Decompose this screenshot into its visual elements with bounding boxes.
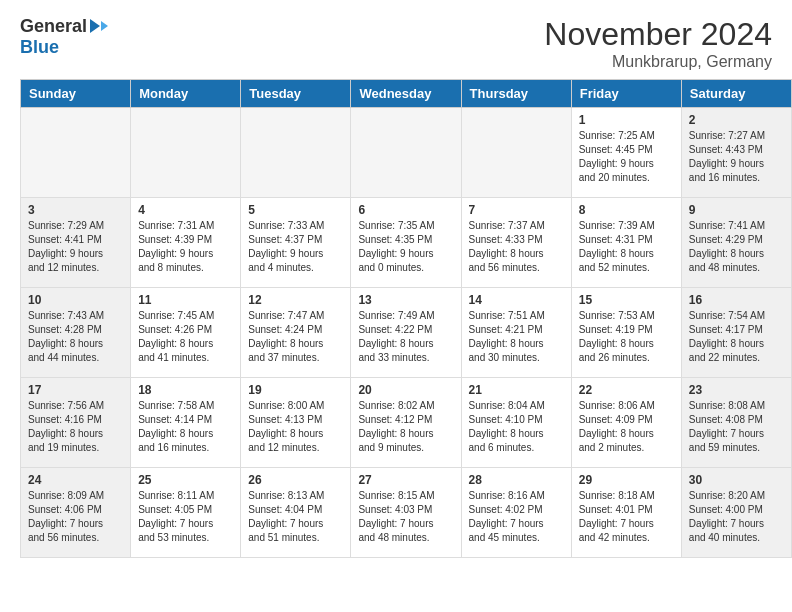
calendar-day: 8Sunrise: 7:39 AM Sunset: 4:31 PM Daylig…	[571, 198, 681, 288]
calendar-day: 2Sunrise: 7:27 AM Sunset: 4:43 PM Daylig…	[681, 108, 791, 198]
day-number: 15	[579, 293, 674, 307]
calendar-day: 13Sunrise: 7:49 AM Sunset: 4:22 PM Dayli…	[351, 288, 461, 378]
logo-arrow-icon	[90, 19, 100, 33]
day-info: Sunrise: 7:58 AM Sunset: 4:14 PM Dayligh…	[138, 399, 233, 455]
calendar-week-row: 1Sunrise: 7:25 AM Sunset: 4:45 PM Daylig…	[21, 108, 792, 198]
calendar-day: 24Sunrise: 8:09 AM Sunset: 4:06 PM Dayli…	[21, 468, 131, 558]
calendar-day	[461, 108, 571, 198]
calendar-day: 5Sunrise: 7:33 AM Sunset: 4:37 PM Daylig…	[241, 198, 351, 288]
calendar-day: 29Sunrise: 8:18 AM Sunset: 4:01 PM Dayli…	[571, 468, 681, 558]
day-info: Sunrise: 7:29 AM Sunset: 4:41 PM Dayligh…	[28, 219, 123, 275]
header-wednesday: Wednesday	[351, 80, 461, 108]
day-number: 16	[689, 293, 784, 307]
day-number: 19	[248, 383, 343, 397]
day-number: 27	[358, 473, 453, 487]
day-info: Sunrise: 7:43 AM Sunset: 4:28 PM Dayligh…	[28, 309, 123, 365]
day-number: 2	[689, 113, 784, 127]
day-number: 26	[248, 473, 343, 487]
calendar-day: 10Sunrise: 7:43 AM Sunset: 4:28 PM Dayli…	[21, 288, 131, 378]
location: Munkbrarup, Germany	[544, 53, 772, 71]
header-saturday: Saturday	[681, 80, 791, 108]
day-info: Sunrise: 8:15 AM Sunset: 4:03 PM Dayligh…	[358, 489, 453, 545]
day-number: 10	[28, 293, 123, 307]
logo-blue-text: Blue	[20, 37, 59, 58]
day-number: 22	[579, 383, 674, 397]
day-info: Sunrise: 8:18 AM Sunset: 4:01 PM Dayligh…	[579, 489, 674, 545]
day-info: Sunrise: 8:09 AM Sunset: 4:06 PM Dayligh…	[28, 489, 123, 545]
calendar-day: 19Sunrise: 8:00 AM Sunset: 4:13 PM Dayli…	[241, 378, 351, 468]
day-info: Sunrise: 8:16 AM Sunset: 4:02 PM Dayligh…	[469, 489, 564, 545]
page-header: General Blue November 2024 Munkbrarup, G…	[0, 0, 792, 79]
logo-arrow-small-icon	[101, 21, 108, 31]
calendar-day	[351, 108, 461, 198]
calendar-week-row: 3Sunrise: 7:29 AM Sunset: 4:41 PM Daylig…	[21, 198, 792, 288]
header-tuesday: Tuesday	[241, 80, 351, 108]
day-info: Sunrise: 7:31 AM Sunset: 4:39 PM Dayligh…	[138, 219, 233, 275]
day-number: 28	[469, 473, 564, 487]
day-number: 7	[469, 203, 564, 217]
day-number: 20	[358, 383, 453, 397]
day-info: Sunrise: 8:08 AM Sunset: 4:08 PM Dayligh…	[689, 399, 784, 455]
calendar-day: 18Sunrise: 7:58 AM Sunset: 4:14 PM Dayli…	[131, 378, 241, 468]
day-number: 8	[579, 203, 674, 217]
day-info: Sunrise: 8:06 AM Sunset: 4:09 PM Dayligh…	[579, 399, 674, 455]
day-number: 4	[138, 203, 233, 217]
day-info: Sunrise: 7:54 AM Sunset: 4:17 PM Dayligh…	[689, 309, 784, 365]
day-info: Sunrise: 7:49 AM Sunset: 4:22 PM Dayligh…	[358, 309, 453, 365]
day-number: 29	[579, 473, 674, 487]
day-info: Sunrise: 7:25 AM Sunset: 4:45 PM Dayligh…	[579, 129, 674, 185]
calendar-day: 12Sunrise: 7:47 AM Sunset: 4:24 PM Dayli…	[241, 288, 351, 378]
calendar-day	[241, 108, 351, 198]
day-number: 12	[248, 293, 343, 307]
calendar-day: 15Sunrise: 7:53 AM Sunset: 4:19 PM Dayli…	[571, 288, 681, 378]
calendar-day: 9Sunrise: 7:41 AM Sunset: 4:29 PM Daylig…	[681, 198, 791, 288]
calendar-day: 22Sunrise: 8:06 AM Sunset: 4:09 PM Dayli…	[571, 378, 681, 468]
calendar-day: 26Sunrise: 8:13 AM Sunset: 4:04 PM Dayli…	[241, 468, 351, 558]
calendar-week-row: 17Sunrise: 7:56 AM Sunset: 4:16 PM Dayli…	[21, 378, 792, 468]
calendar-day: 23Sunrise: 8:08 AM Sunset: 4:08 PM Dayli…	[681, 378, 791, 468]
day-info: Sunrise: 8:02 AM Sunset: 4:12 PM Dayligh…	[358, 399, 453, 455]
calendar-day: 16Sunrise: 7:54 AM Sunset: 4:17 PM Dayli…	[681, 288, 791, 378]
calendar-day: 14Sunrise: 7:51 AM Sunset: 4:21 PM Dayli…	[461, 288, 571, 378]
calendar-day: 27Sunrise: 8:15 AM Sunset: 4:03 PM Dayli…	[351, 468, 461, 558]
day-info: Sunrise: 7:53 AM Sunset: 4:19 PM Dayligh…	[579, 309, 674, 365]
calendar-day	[131, 108, 241, 198]
calendar-day: 11Sunrise: 7:45 AM Sunset: 4:26 PM Dayli…	[131, 288, 241, 378]
day-info: Sunrise: 7:41 AM Sunset: 4:29 PM Dayligh…	[689, 219, 784, 275]
logo: General Blue	[20, 16, 108, 58]
day-info: Sunrise: 8:13 AM Sunset: 4:04 PM Dayligh…	[248, 489, 343, 545]
day-info: Sunrise: 8:20 AM Sunset: 4:00 PM Dayligh…	[689, 489, 784, 545]
day-info: Sunrise: 7:37 AM Sunset: 4:33 PM Dayligh…	[469, 219, 564, 275]
calendar-day: 4Sunrise: 7:31 AM Sunset: 4:39 PM Daylig…	[131, 198, 241, 288]
calendar-week-row: 10Sunrise: 7:43 AM Sunset: 4:28 PM Dayli…	[21, 288, 792, 378]
day-info: Sunrise: 8:04 AM Sunset: 4:10 PM Dayligh…	[469, 399, 564, 455]
calendar-day: 17Sunrise: 7:56 AM Sunset: 4:16 PM Dayli…	[21, 378, 131, 468]
logo-general-text: General	[20, 16, 87, 37]
day-number: 21	[469, 383, 564, 397]
calendar-week-row: 24Sunrise: 8:09 AM Sunset: 4:06 PM Dayli…	[21, 468, 792, 558]
day-info: Sunrise: 7:35 AM Sunset: 4:35 PM Dayligh…	[358, 219, 453, 275]
day-number: 23	[689, 383, 784, 397]
calendar-day: 1Sunrise: 7:25 AM Sunset: 4:45 PM Daylig…	[571, 108, 681, 198]
day-number: 18	[138, 383, 233, 397]
calendar-table: Sunday Monday Tuesday Wednesday Thursday…	[20, 79, 792, 558]
calendar-day: 25Sunrise: 8:11 AM Sunset: 4:05 PM Dayli…	[131, 468, 241, 558]
title-section: November 2024 Munkbrarup, Germany	[544, 16, 772, 71]
day-number: 3	[28, 203, 123, 217]
day-info: Sunrise: 8:00 AM Sunset: 4:13 PM Dayligh…	[248, 399, 343, 455]
day-info: Sunrise: 7:51 AM Sunset: 4:21 PM Dayligh…	[469, 309, 564, 365]
header-row: Sunday Monday Tuesday Wednesday Thursday…	[21, 80, 792, 108]
day-number: 11	[138, 293, 233, 307]
header-monday: Monday	[131, 80, 241, 108]
calendar-day	[21, 108, 131, 198]
day-number: 1	[579, 113, 674, 127]
calendar-day: 21Sunrise: 8:04 AM Sunset: 4:10 PM Dayli…	[461, 378, 571, 468]
day-number: 13	[358, 293, 453, 307]
day-info: Sunrise: 7:45 AM Sunset: 4:26 PM Dayligh…	[138, 309, 233, 365]
day-info: Sunrise: 7:56 AM Sunset: 4:16 PM Dayligh…	[28, 399, 123, 455]
header-thursday: Thursday	[461, 80, 571, 108]
calendar-day: 3Sunrise: 7:29 AM Sunset: 4:41 PM Daylig…	[21, 198, 131, 288]
day-info: Sunrise: 8:11 AM Sunset: 4:05 PM Dayligh…	[138, 489, 233, 545]
day-info: Sunrise: 7:27 AM Sunset: 4:43 PM Dayligh…	[689, 129, 784, 185]
calendar-day: 20Sunrise: 8:02 AM Sunset: 4:12 PM Dayli…	[351, 378, 461, 468]
